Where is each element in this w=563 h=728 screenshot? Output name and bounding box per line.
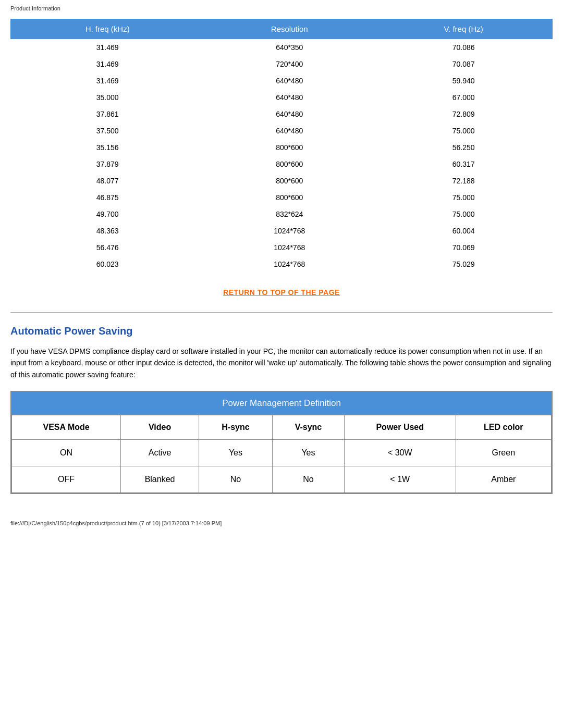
table-cell: 49.700 bbox=[11, 206, 204, 223]
power-table-title: Power Management Definition bbox=[11, 392, 552, 415]
table-row: ONActiveYesYes< 30WGreen bbox=[12, 440, 552, 466]
table-cell: 72.809 bbox=[375, 106, 553, 122]
table-row: 35.000640*48067.000 bbox=[11, 89, 553, 106]
table-cell: 31.469 bbox=[11, 39, 204, 56]
table-row: 60.0231024*76875.029 bbox=[11, 256, 553, 273]
power-table: VESA ModeVideoH-syncV-syncPower UsedLED … bbox=[11, 415, 552, 493]
table-cell: 72.188 bbox=[375, 172, 553, 189]
table-cell: Amber bbox=[456, 466, 551, 493]
table-cell: 67.000 bbox=[375, 89, 553, 106]
freq-table-header: V. freq (Hz) bbox=[375, 19, 553, 39]
table-cell: Yes bbox=[273, 440, 345, 466]
table-cell: 75.029 bbox=[375, 256, 553, 273]
table-row: 37.500640*48075.000 bbox=[11, 122, 553, 139]
table-cell: OFF bbox=[12, 466, 121, 493]
power-management-table-wrapper: Power Management Definition VESA ModeVid… bbox=[10, 391, 553, 494]
table-cell: 1024*768 bbox=[204, 256, 375, 273]
table-cell: 37.861 bbox=[11, 106, 204, 122]
table-cell: 31.469 bbox=[11, 56, 204, 72]
frequency-table: H. freq (kHz)ResolutionV. freq (Hz) 31.4… bbox=[10, 19, 553, 273]
table-row: 35.156800*60056.250 bbox=[11, 139, 553, 156]
table-cell: 37.879 bbox=[11, 156, 204, 172]
table-cell: No bbox=[199, 466, 272, 493]
table-cell: 75.000 bbox=[375, 189, 553, 206]
table-row: 31.469640*48059.940 bbox=[11, 72, 553, 89]
return-to-top-container: RETURN TO TOP OF THE PAGE bbox=[10, 288, 553, 297]
table-row: 37.879800*60060.317 bbox=[11, 156, 553, 172]
table-row: 31.469720*40070.087 bbox=[11, 56, 553, 72]
power-table-header: V-sync bbox=[273, 415, 345, 440]
table-row: OFFBlankedNoNo< 1WAmber bbox=[12, 466, 552, 493]
table-cell: 800*600 bbox=[204, 172, 375, 189]
table-cell: Green bbox=[456, 440, 551, 466]
power-table-header: H-sync bbox=[199, 415, 272, 440]
table-cell: 800*600 bbox=[204, 156, 375, 172]
table-row: 37.861640*48072.809 bbox=[11, 106, 553, 122]
return-to-top-link[interactable]: RETURN TO TOP OF THE PAGE bbox=[223, 288, 340, 297]
table-cell: 640*480 bbox=[204, 89, 375, 106]
table-cell: Active bbox=[121, 440, 199, 466]
table-cell: 56.476 bbox=[11, 239, 204, 256]
table-cell: 75.000 bbox=[375, 122, 553, 139]
table-cell: 640*480 bbox=[204, 106, 375, 122]
table-cell: 31.469 bbox=[11, 72, 204, 89]
table-cell: 46.875 bbox=[11, 189, 204, 206]
power-table-header: LED color bbox=[456, 415, 551, 440]
table-row: 48.077800*60072.188 bbox=[11, 172, 553, 189]
table-cell: 1024*768 bbox=[204, 239, 375, 256]
table-cell: 70.086 bbox=[375, 39, 553, 56]
table-cell: 48.077 bbox=[11, 172, 204, 189]
table-cell: 640*480 bbox=[204, 122, 375, 139]
power-table-header: VESA Mode bbox=[12, 415, 121, 440]
table-cell: Blanked bbox=[121, 466, 199, 493]
table-cell: Yes bbox=[199, 440, 272, 466]
power-table-header: Power Used bbox=[344, 415, 456, 440]
table-row: 31.469640*35070.086 bbox=[11, 39, 553, 56]
table-cell: 60.317 bbox=[375, 156, 553, 172]
table-cell: 640*350 bbox=[204, 39, 375, 56]
table-row: 46.875800*60075.000 bbox=[11, 189, 553, 206]
table-cell: 800*600 bbox=[204, 189, 375, 206]
power-table-header: Video bbox=[121, 415, 199, 440]
table-row: 48.3631024*76860.004 bbox=[11, 223, 553, 239]
table-cell: 800*600 bbox=[204, 139, 375, 156]
section-divider bbox=[10, 312, 553, 313]
table-cell: ON bbox=[12, 440, 121, 466]
page-footer: file:///D|/C/english/150p4cgbs/product/p… bbox=[10, 515, 553, 526]
table-row: 56.4761024*76870.069 bbox=[11, 239, 553, 256]
table-cell: 56.250 bbox=[375, 139, 553, 156]
table-cell: 37.500 bbox=[11, 122, 204, 139]
table-cell: 1024*768 bbox=[204, 223, 375, 239]
table-cell: 70.069 bbox=[375, 239, 553, 256]
table-cell: 640*480 bbox=[204, 72, 375, 89]
breadcrumb: Product Information bbox=[10, 5, 553, 11]
description-text: If you have VESA DPMS compliance display… bbox=[10, 346, 553, 380]
table-cell: 35.000 bbox=[11, 89, 204, 106]
table-cell: 60.023 bbox=[11, 256, 204, 273]
table-cell: 48.363 bbox=[11, 223, 204, 239]
table-cell: No bbox=[273, 466, 345, 493]
table-cell: < 1W bbox=[344, 466, 456, 493]
table-cell: 70.087 bbox=[375, 56, 553, 72]
table-row: 49.700832*62475.000 bbox=[11, 206, 553, 223]
table-cell: 832*624 bbox=[204, 206, 375, 223]
table-cell: 720*400 bbox=[204, 56, 375, 72]
freq-table-header: Resolution bbox=[204, 19, 375, 39]
table-cell: 59.940 bbox=[375, 72, 553, 89]
table-cell: 35.156 bbox=[11, 139, 204, 156]
table-cell: < 30W bbox=[344, 440, 456, 466]
freq-table-header: H. freq (kHz) bbox=[11, 19, 204, 39]
section-heading: Automatic Power Saving bbox=[10, 325, 553, 337]
table-cell: 75.000 bbox=[375, 206, 553, 223]
table-cell: 60.004 bbox=[375, 223, 553, 239]
